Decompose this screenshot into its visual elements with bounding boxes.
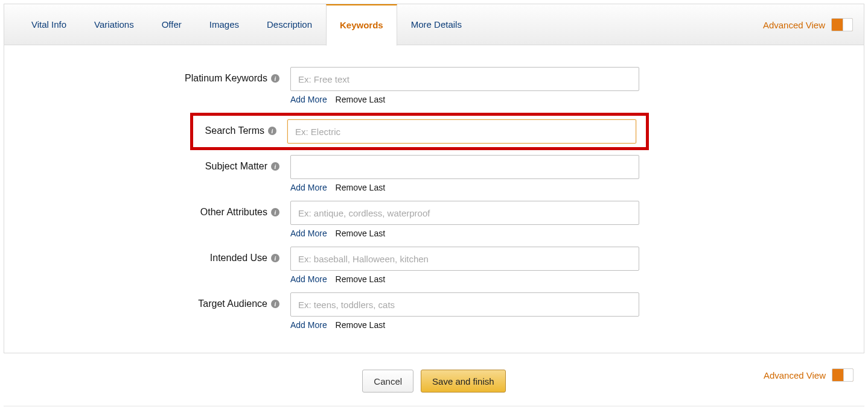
row-intended-use: Intended Use i Add More Remove Last	[4, 247, 864, 292]
field-label: Platinum Keywords	[185, 73, 267, 84]
advanced-view-label: Advanced View	[764, 370, 826, 380]
remove-last-link[interactable]: Remove Last	[336, 320, 385, 330]
tab-description[interactable]: Description	[253, 4, 326, 45]
advanced-view-toggle[interactable]	[831, 18, 853, 31]
label-target-audience: Target Audience i	[4, 292, 283, 309]
toggle-knob	[843, 369, 853, 381]
info-icon[interactable]: i	[271, 300, 279, 308]
tab-vital-info[interactable]: Vital Info	[18, 4, 80, 45]
field-label: Subject Matter	[205, 161, 267, 172]
target-audience-input[interactable]	[290, 292, 639, 317]
product-edit-panel: Vital Info Variations Offer Images Descr…	[4, 4, 864, 353]
tab-images[interactable]: Images	[196, 4, 253, 45]
add-more-link[interactable]: Add More	[290, 95, 327, 104]
row-subject-matter: Subject Matter i Add More Remove Last	[4, 155, 864, 201]
tab-offer[interactable]: Offer	[148, 4, 196, 45]
tabs-bar: Vital Info Variations Offer Images Descr…	[4, 4, 864, 45]
label-subject-matter: Subject Matter i	[4, 155, 283, 172]
info-icon[interactable]: i	[268, 127, 276, 135]
keywords-form: Platinum Keywords i Add More Remove Last…	[4, 45, 864, 353]
search-terms-input[interactable]	[287, 119, 636, 144]
label-other-attributes: Other Attributes i	[4, 201, 283, 218]
add-more-link[interactable]: Add More	[290, 274, 327, 284]
footer-bar: Cancel Save and finish Advanced View	[0, 357, 868, 400]
row-platinum-keywords: Platinum Keywords i Add More Remove Last	[4, 67, 864, 113]
info-icon[interactable]: i	[271, 74, 279, 83]
field-label: Other Attributes	[200, 207, 267, 218]
intended-use-input[interactable]	[290, 247, 639, 271]
divider	[4, 406, 864, 406]
row-other-attributes: Other Attributes i Add More Remove Last	[4, 201, 864, 247]
row-target-audience: Target Audience i Add More Remove Last	[4, 292, 864, 338]
other-attributes-input[interactable]	[290, 201, 639, 225]
remove-last-link[interactable]: Remove Last	[336, 95, 385, 104]
advanced-view-control-top: Advanced View	[763, 4, 853, 45]
add-more-link[interactable]: Add More	[290, 183, 327, 192]
info-icon[interactable]: i	[271, 162, 279, 171]
toggle-knob	[843, 19, 852, 31]
add-more-link[interactable]: Add More	[290, 320, 327, 330]
row-search-terms: Search Terms i	[190, 113, 649, 150]
advanced-view-control-bottom: Advanced View	[764, 368, 854, 382]
cancel-button[interactable]: Cancel	[362, 370, 413, 393]
remove-last-link[interactable]: Remove Last	[336, 274, 385, 284]
advanced-view-toggle[interactable]	[832, 368, 854, 382]
label-platinum-keywords: Platinum Keywords i	[4, 67, 283, 84]
label-search-terms: Search Terms i	[193, 119, 280, 136]
save-and-finish-button[interactable]: Save and finish	[421, 370, 506, 393]
info-icon[interactable]: i	[271, 208, 279, 216]
tab-more-details[interactable]: More Details	[397, 4, 476, 45]
field-label: Search Terms	[205, 125, 264, 136]
field-label: Intended Use	[210, 253, 267, 263]
remove-last-link[interactable]: Remove Last	[336, 229, 385, 238]
add-more-link[interactable]: Add More	[290, 229, 327, 238]
info-icon[interactable]: i	[271, 254, 279, 262]
tab-keywords[interactable]: Keywords	[326, 4, 397, 46]
label-intended-use: Intended Use i	[4, 247, 283, 263]
platinum-keywords-input[interactable]	[290, 67, 639, 91]
remove-last-link[interactable]: Remove Last	[336, 183, 385, 192]
tab-variations[interactable]: Variations	[80, 4, 148, 45]
field-label: Target Audience	[198, 298, 267, 309]
advanced-view-label: Advanced View	[763, 20, 825, 30]
subject-matter-input[interactable]	[290, 155, 639, 179]
